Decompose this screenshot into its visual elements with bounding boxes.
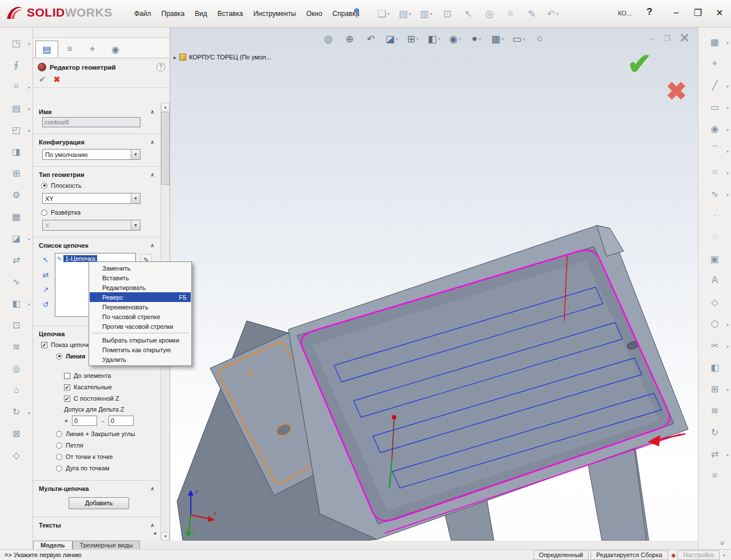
target-box-icon[interactable]: ⊡▾: [0, 314, 33, 336]
ctx-separator[interactable]: [91, 333, 189, 333]
assembly-name[interactable]: КОРПУС ТОРЕЦ (По умол...: [189, 54, 271, 61]
diamond-icon[interactable]: ◇▾: [0, 444, 33, 466]
unfold-radio[interactable]: Развёртка: [41, 207, 156, 218]
smart-dimension-icon[interactable]: ⌖▾: [698, 53, 731, 74]
text-icon[interactable]: А▾: [698, 269, 731, 291]
apply-scene-button[interactable]: ▦▾: [489, 31, 505, 47]
display-style-button[interactable]: ◧▾: [426, 31, 442, 47]
line-icon[interactable]: ╱▾: [698, 74, 731, 96]
swap-chain-icon[interactable]: ⇄: [40, 269, 51, 280]
collapse-icon[interactable]: ∧: [150, 172, 156, 178]
point-icon[interactable]: ∙▾: [698, 204, 731, 226]
panel-help-icon[interactable]: ?: [156, 63, 165, 71]
collapse-icon[interactable]: ∧: [150, 109, 156, 115]
help-icon[interactable]: ?: [646, 6, 652, 18]
waves-icon[interactable]: ≋▾: [0, 336, 33, 357]
sketch-button[interactable]: ✎▾: [523, 5, 541, 22]
minimize-button[interactable]: –: [668, 5, 684, 21]
cancel-button[interactable]: ✖: [54, 75, 61, 84]
copy-geometry-icon[interactable]: ⌗▾: [0, 75, 33, 97]
ellipse-icon[interactable]: ○▾: [698, 161, 731, 183]
tab-dimxpert[interactable]: ⌖: [81, 41, 104, 58]
spline-icon[interactable]: ∿▾: [698, 183, 731, 204]
convert-entities-icon[interactable]: ↻▾: [698, 421, 731, 443]
print-button[interactable]: ⊡▾: [438, 5, 456, 22]
rectangle-icon[interactable]: ▭▾: [698, 96, 731, 118]
slot-icon[interactable]: ▣▾: [698, 248, 731, 269]
circle-tool-icon[interactable]: ◎▾: [0, 357, 33, 379]
part-icon[interactable]: ▤▾: [0, 97, 33, 119]
previous-view-button[interactable]: ↶▾: [363, 31, 379, 47]
ctx-counterclockwise[interactable]: Против часовой стрелки: [90, 321, 191, 331]
collapse-icon[interactable]: ∧: [150, 243, 156, 248]
cross-box-icon[interactable]: ⊠▾: [0, 422, 33, 444]
trim-scissors-icon[interactable]: ✂▾: [698, 335, 731, 356]
menu-window[interactable]: Окно: [301, 7, 327, 20]
polygon-icon[interactable]: ⬡▾: [698, 313, 731, 335]
scroll-up-icon[interactable]: ▴: [161, 103, 170, 111]
ctx-insert[interactable]: Вставить: [90, 273, 191, 283]
sketch-icon[interactable]: ▦▾: [698, 31, 731, 53]
menu-edit[interactable]: Правка: [156, 7, 190, 20]
ok-button[interactable]: ✔: [39, 75, 46, 84]
ctx-clockwise[interactable]: По часовой стрелке: [90, 312, 191, 321]
unfold-select[interactable]: X ▾: [42, 220, 140, 231]
name-input[interactable]: [42, 117, 140, 127]
undo-chain-icon[interactable]: ↺: [40, 299, 51, 310]
menu-file[interactable]: Файл: [129, 7, 156, 20]
more-tools-icon[interactable]: »: [702, 527, 727, 560]
ctx-select-open-edges[interactable]: Выбрать открытые кромки: [90, 335, 191, 345]
chevron-down-icon[interactable]: ▾: [131, 194, 140, 203]
menu-tools[interactable]: Инструменты: [248, 7, 301, 20]
collapse-icon[interactable]: ∧: [150, 522, 156, 528]
close-button[interactable]: ✕: [712, 5, 728, 21]
chevron-down-icon[interactable]: ▾: [131, 220, 140, 230]
doc-close-button[interactable]: ✕: [680, 31, 690, 46]
measure-button[interactable]: ⌗▾: [501, 5, 520, 22]
scroll-down-icon[interactable]: ▾: [161, 532, 170, 541]
plane-radio[interactable]: Плоскость: [41, 180, 156, 191]
chevron-down-icon[interactable]: ▾: [131, 150, 140, 159]
menu-view[interactable]: Вид: [190, 7, 212, 20]
arc-by-points-radio[interactable]: Дуга по точкам: [56, 462, 156, 474]
plane-select[interactable]: XY ▾: [42, 193, 140, 204]
move-entities-icon[interactable]: ⇄▾: [698, 443, 731, 465]
section-view-button[interactable]: ◪▾: [384, 31, 400, 47]
confirm-ok-icon[interactable]: ✔: [627, 47, 652, 81]
open-setup-icon[interactable]: ◳▾: [0, 32, 33, 54]
half-section-icon[interactable]: ◧▾: [0, 292, 33, 314]
pick-chain-icon[interactable]: ↗: [40, 284, 51, 295]
configuration-select[interactable]: По умолчанию ▾: [42, 149, 140, 160]
collapse-icon[interactable]: ∧: [150, 486, 156, 491]
tolerance-plus-input[interactable]: [72, 416, 97, 426]
origin-point[interactable]: [392, 415, 396, 420]
save-button[interactable]: ▥▾: [417, 5, 435, 22]
offset-icon[interactable]: ≋▾: [698, 400, 731, 421]
rotate-tool-icon[interactable]: ↻▾: [0, 401, 33, 422]
edit-appearance-button[interactable]: ●▾: [468, 31, 484, 47]
confirm-cancel-icon[interactable]: ✖: [666, 76, 687, 106]
grid-icon[interactable]: ≡▾: [698, 465, 731, 486]
doc-minimize-button[interactable]: –: [650, 34, 654, 43]
tolerance-minus-input[interactable]: [109, 416, 134, 426]
tab-configurations[interactable]: ≡: [58, 41, 81, 58]
tab-appearances[interactable]: ◉: [104, 41, 127, 58]
new-document-button[interactable]: ❏▾: [375, 5, 393, 22]
zoom-area-button[interactable]: ⊕▾: [342, 31, 358, 47]
view-orientation-button[interactable]: ⊞▾: [405, 31, 421, 47]
toolbar-overflow-label[interactable]: КО...: [618, 10, 632, 17]
tab-model[interactable]: Модель: [33, 541, 73, 549]
ctx-rename[interactable]: Переименовать: [90, 302, 191, 312]
select-chain-icon[interactable]: ↖: [40, 254, 51, 265]
home-icon[interactable]: ⌂▾: [0, 379, 33, 401]
ctx-delete[interactable]: Удалить: [90, 354, 191, 364]
view-settings-button[interactable]: ▭▾: [511, 31, 527, 47]
add-button[interactable]: Добавить: [69, 497, 129, 509]
tangent-checkbox[interactable]: Касательные: [64, 381, 156, 393]
extrude-icon[interactable]: ⊞▾: [0, 162, 33, 184]
ctx-replace[interactable]: Заменить: [90, 263, 191, 273]
tab-properties[interactable]: ▤: [35, 41, 58, 58]
tab-3d-views[interactable]: Трехмерные виды: [73, 541, 140, 549]
mirror-icon[interactable]: ◧▾: [698, 356, 731, 378]
pattern-icon[interactable]: ▦▾: [0, 206, 33, 227]
